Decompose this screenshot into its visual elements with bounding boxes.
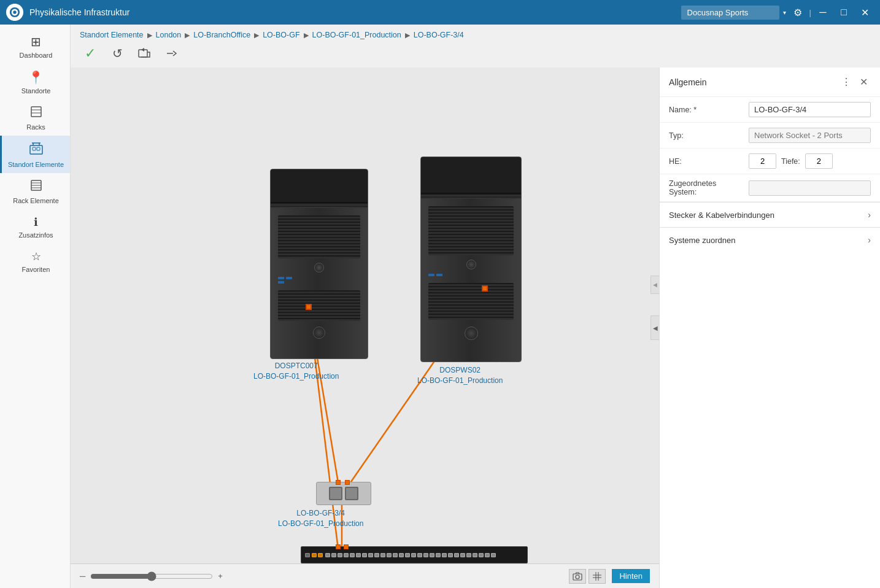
tower-dospws02[interactable] (420, 157, 522, 362)
collapse-handle-2[interactable]: ◀ (650, 276, 659, 294)
port-dospws02[interactable] (482, 285, 488, 292)
zoom-minus-icon: ─ (80, 571, 85, 581)
title-bar-controls: ▾ ⚙ | ─ □ ✕ (681, 3, 874, 21)
racks-icon (30, 106, 42, 121)
name-input[interactable] (749, 102, 871, 117)
export-button[interactable] (134, 43, 155, 64)
sidebar-label-zusatzinfos: Zusatzinfos (18, 231, 53, 239)
dashboard-icon: ⊞ (31, 34, 41, 49)
zoom-slider[interactable] (90, 571, 213, 581)
form-row-system: Zugeordnetes System: (660, 174, 880, 202)
system-input[interactable] (749, 180, 871, 196)
sidebar-item-zusatzinfos[interactable]: ℹ Zusatzinfos (0, 209, 70, 244)
system-label: Zugeordnetes System: (669, 179, 743, 196)
port-socket-1[interactable] (336, 480, 341, 485)
label-dospws02: DOSPWS02 LO-BO-GF-01_Production (417, 365, 503, 386)
typ-label: Typ: (669, 131, 743, 140)
sidebar-label-rack-elemente: Rack Elemente (13, 197, 59, 204)
zusatzinfos-icon: ℹ (34, 215, 38, 229)
sidebar-item-dashboard[interactable]: ⊞ Dashboard (0, 28, 70, 64)
port-socket-2[interactable] (345, 480, 350, 485)
breadcrumb-item-0[interactable]: Standort Elemente (80, 31, 144, 39)
zoom-bar: ─ + (71, 563, 659, 588)
section-stecker[interactable]: Stecker & Kabelverbindungen › (660, 202, 880, 227)
rack-elemente-icon (30, 179, 42, 195)
breadcrumb-item-1[interactable]: London (156, 31, 182, 39)
breadcrumb-item-3[interactable]: LO-BO-GF (263, 31, 299, 39)
panel-collapse-handle[interactable]: ◀ (650, 315, 659, 340)
refresh-button[interactable]: ↺ (107, 43, 128, 64)
expand-button[interactable] (161, 43, 182, 64)
section-systeme[interactable]: Systeme zuordnen › (660, 227, 880, 252)
panel-header-actions: ⋮ ✕ (838, 75, 871, 89)
tower-dosptc007[interactable] (270, 169, 368, 359)
canvas-area[interactable]: DOSPTC007 LO-BO-GF-01_Production DOSPWS0… (71, 68, 659, 588)
socket-port-1 (329, 487, 342, 500)
svg-point-23 (576, 575, 579, 579)
sidebar-label-racks: Racks (26, 123, 45, 131)
svg-rect-16 (139, 50, 147, 57)
tief-input[interactable] (805, 153, 833, 169)
section-systeme-chevron: › (868, 235, 871, 245)
standort-elemente-icon (29, 142, 43, 158)
favoriten-icon: ☆ (31, 250, 41, 263)
panel-title: Allgemein (669, 77, 706, 87)
panel-header: Allgemein ⋮ ✕ (660, 68, 880, 97)
label-dosptc007: DOSPTC007 LO-BO-GF-01_Production (253, 361, 339, 382)
sidebar-label-standorte: Standorte (21, 87, 51, 95)
breadcrumb-item-2[interactable]: LO-BranchOffice (193, 31, 250, 39)
breadcrumb-item-4[interactable]: LO-BO-GF-01_Production (312, 31, 401, 39)
typ-input[interactable] (749, 128, 871, 143)
patch-port-active-1 (305, 553, 310, 557)
standorte-icon: 📍 (28, 70, 44, 85)
svg-rect-6 (30, 145, 42, 154)
port-dosptc007[interactable] (306, 304, 312, 310)
sidebar-item-standorte[interactable]: 📍 Standorte (0, 64, 70, 99)
patch-port-active-2 (312, 553, 317, 557)
zoom-plus-icon: + (218, 571, 223, 581)
panel-close-button[interactable]: ✕ (857, 75, 871, 89)
he-input[interactable] (749, 153, 776, 169)
port-patch-1[interactable] (336, 544, 341, 549)
close-button[interactable]: ✕ (855, 3, 874, 21)
maximize-button[interactable]: □ (835, 3, 853, 21)
panel-more-button[interactable]: ⋮ (838, 75, 854, 89)
right-panel: Allgemein ⋮ ✕ Name: * Typ: (659, 68, 880, 588)
port-patch-2[interactable] (344, 544, 349, 549)
sidebar-item-racks[interactable]: Racks (0, 99, 70, 136)
form-row-name: Name: * (660, 97, 880, 123)
net-socket-lo-bo-gf[interactable] (316, 482, 371, 505)
search-dropdown-icon[interactable]: ▾ (783, 9, 786, 16)
sidebar-label-standort-elemente: Standort Elemente (8, 161, 64, 168)
svg-rect-7 (33, 147, 36, 150)
tief-label: Tiefe: (781, 157, 800, 166)
title-bar: Physikalische Infrastruktur ▾ ⚙ | ─ □ ✕ (0, 0, 880, 25)
section-systeme-label: Systeme zuordnen (669, 236, 735, 245)
patch-port-active-3 (318, 553, 323, 557)
toolbar: ✓ ↺ (71, 39, 880, 68)
breadcrumb-item-5[interactable]: LO-BO-GF-3/4 (414, 31, 464, 39)
sidebar-item-rack-elemente[interactable]: Rack Elemente (0, 173, 70, 209)
sidebar-item-favoriten[interactable]: ☆ Favoriten (0, 244, 70, 278)
breadcrumb: Standort Elemente ▶ London ▶ LO-BranchOf… (71, 25, 880, 39)
grid-button[interactable] (589, 569, 606, 584)
svg-point-2 (13, 10, 16, 14)
hinten-button[interactable]: Hinten (612, 569, 650, 583)
minimize-button[interactable]: ─ (814, 3, 832, 21)
section-stecker-chevron: › (868, 210, 871, 220)
he-label: HE: (669, 157, 743, 166)
section-stecker-label: Stecker & Kabelverbindungen (669, 211, 774, 220)
screenshot-button[interactable] (569, 569, 586, 584)
svg-rect-3 (31, 107, 41, 117)
search-input[interactable] (681, 6, 779, 20)
settings-button[interactable]: ⚙ (789, 3, 807, 21)
sidebar-label-favoriten: Favoriten (22, 266, 50, 273)
svg-rect-8 (37, 147, 40, 150)
save-button[interactable]: ✓ (80, 43, 101, 64)
app-logo (6, 4, 23, 21)
form-row-typ: Typ: (660, 123, 880, 149)
zoom-controls: Hinten (569, 569, 650, 584)
patch-panel[interactable] (301, 546, 528, 563)
app-title: Physikalische Infrastruktur (29, 7, 681, 17)
sidebar-item-standort-elemente[interactable]: Standort Elemente (0, 136, 70, 173)
